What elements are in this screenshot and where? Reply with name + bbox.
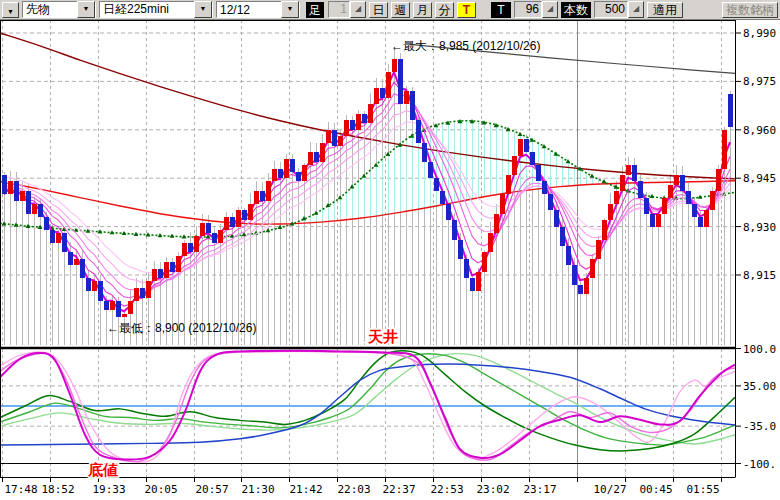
time-tick-label: 20:05 bbox=[144, 483, 177, 496]
time-tick-label: 19:33 bbox=[92, 483, 125, 496]
spinner-grip-icon[interactable]: ◢ bbox=[542, 1, 558, 18]
time-tick-label: 23:02 bbox=[476, 483, 509, 496]
chevron-down-icon: ▼ bbox=[7, 8, 14, 15]
chart-menu-button[interactable]: ▼ bbox=[2, 2, 19, 18]
time-tick-label: 21:30 bbox=[241, 483, 274, 496]
trading-app-window: { "toolbar": { "market": "先物", "symbol":… bbox=[0, 0, 780, 500]
ceiling-label: 天井 bbox=[367, 328, 398, 345]
price-tick-label: 8,915 bbox=[743, 269, 776, 282]
period-day-button[interactable]: 日 bbox=[369, 2, 388, 18]
time-tick-label: 22:37 bbox=[382, 483, 415, 496]
bar-count-value[interactable]: 500 bbox=[594, 1, 628, 18]
spinner-grip-icon[interactable]: ◢ bbox=[628, 1, 644, 18]
chevron-down-icon[interactable]: ▼ bbox=[194, 1, 212, 18]
oscillator-tick-label: 100.0 bbox=[743, 343, 776, 356]
price-tick-label: 8,975 bbox=[743, 75, 776, 88]
bottom-label: 底値 bbox=[87, 461, 118, 478]
chevron-down-icon[interactable]: ▼ bbox=[77, 1, 95, 18]
period-week-button[interactable]: 週 bbox=[391, 2, 410, 18]
market-select-value: 先物 bbox=[23, 1, 77, 18]
time-axis: 17:4818:5219:3320:0520:5721:3021:4222:03… bbox=[4, 483, 719, 496]
time-tick-label: 23:17 bbox=[523, 483, 556, 496]
tick-count-label: T bbox=[491, 2, 511, 18]
candle-bodies bbox=[2, 59, 733, 317]
candle-wicks bbox=[5, 49, 731, 345]
time-tick-label: 21:42 bbox=[289, 483, 322, 496]
contract-month-select[interactable]: 12/12 ▼ bbox=[216, 1, 300, 18]
bar-interval-stepper[interactable]: 1 ◢ bbox=[328, 1, 366, 18]
contract-month-value: 12/12 bbox=[217, 3, 281, 17]
time-tick-label: 22:03 bbox=[337, 483, 370, 496]
time-tick-label: 17:48 bbox=[4, 483, 37, 496]
time-tick-label: 00:45 bbox=[639, 483, 672, 496]
bar-count-label: 本数 bbox=[561, 2, 591, 18]
period-month-button[interactable]: 月 bbox=[413, 2, 432, 18]
symbol-select-value: 日経225mini bbox=[100, 1, 194, 18]
oscillator-tick-label: 35.00 bbox=[743, 380, 776, 393]
time-tick-label: 01:55 bbox=[686, 483, 719, 496]
symbol-select[interactable]: 日経225mini ▼ bbox=[99, 1, 213, 18]
price-tick-label: 8,930 bbox=[743, 221, 776, 234]
rci-slow-light bbox=[0, 354, 735, 444]
toolbar: ▼ 先物 ▼ 日経225mini ▼ 12/12 ▼ 足 1 ◢ 日 週 月 分… bbox=[0, 0, 780, 20]
time-tick-label: 22:53 bbox=[430, 483, 463, 496]
time-tick-label: 10/27 bbox=[593, 483, 626, 496]
rci-fast-light bbox=[0, 351, 735, 462]
spinner-grip-icon[interactable]: ◢ bbox=[350, 1, 366, 18]
oscillator-tick-label: -35.0 bbox=[743, 420, 776, 433]
time-tick-label: 18:52 bbox=[41, 483, 74, 496]
tick-count-stepper[interactable]: 96 ◢ bbox=[514, 1, 558, 18]
chart-canvas[interactable]: 8,9908,9758,9608,9458,9308,915100.035.00… bbox=[0, 20, 780, 500]
multi-symbol-button[interactable]: 複数銘柄 bbox=[722, 2, 778, 18]
grid bbox=[2, 20, 735, 482]
period-tick-button[interactable]: T bbox=[457, 2, 476, 18]
price-tick-label: 8,945 bbox=[743, 172, 776, 185]
time-tick-label: 20:57 bbox=[195, 483, 228, 496]
max-annotation: ←最大：8,985 (2012/10/26) bbox=[391, 39, 540, 53]
apply-button[interactable]: 適用 bbox=[647, 2, 683, 18]
tick-count-value[interactable]: 96 bbox=[514, 1, 542, 18]
price-tick-label: 8,990 bbox=[743, 27, 776, 40]
chevron-down-icon[interactable]: ▼ bbox=[281, 1, 299, 18]
oscillator-tick-label: -100. bbox=[743, 458, 776, 471]
period-minute-button[interactable]: 分 bbox=[435, 2, 454, 18]
market-select[interactable]: 先物 ▼ bbox=[22, 1, 96, 18]
lower-panel bbox=[0, 351, 735, 464]
price-axis: 8,9908,9758,9608,9458,9308,915100.035.00… bbox=[735, 27, 776, 471]
bar-count-stepper[interactable]: 500 ◢ bbox=[594, 1, 644, 18]
price-tick-label: 8,960 bbox=[743, 124, 776, 137]
min-annotation: ←最低：8,900 (2012/10/26) bbox=[107, 321, 256, 335]
bar-interval-value[interactable]: 1 bbox=[328, 1, 350, 18]
bar-type-label: 足 bbox=[306, 2, 324, 18]
